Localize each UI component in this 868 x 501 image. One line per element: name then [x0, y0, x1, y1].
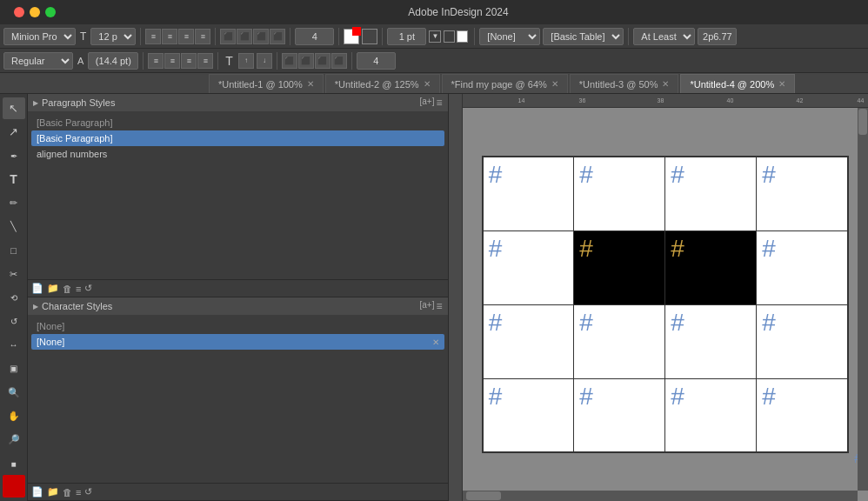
para-align-center[interactable]: ≡ — [164, 53, 180, 69]
canvas-area[interactable]: 14 36 38 40 42 44 46 48 50 # # # — [449, 94, 869, 501]
table-cell-r0c0[interactable]: # — [483, 157, 574, 230]
stroke-color-box[interactable] — [344, 29, 359, 44]
char-styles-add-icon[interactable]: ≡ — [436, 300, 442, 312]
at-least-select[interactable]: At Least — [633, 28, 695, 45]
table-cell-r1c0[interactable]: # — [483, 230, 574, 304]
align-bottom-btn[interactable]: ⬛ — [253, 29, 269, 44]
para-refresh-btn[interactable]: ↺ — [84, 283, 92, 294]
table-cell-r1c1[interactable]: # — [574, 230, 665, 304]
table-cell-r2c3[interactable]: # — [757, 304, 848, 378]
char-style-none[interactable]: [None] — [31, 318, 444, 334]
para-style-basic-group[interactable]: [Basic Paragraph] — [31, 115, 444, 130]
stroke-weight-input[interactable] — [387, 28, 426, 45]
table-insert-row[interactable]: ⬛ — [298, 53, 314, 69]
table-cell-r3c0[interactable]: # — [483, 378, 574, 452]
fill-color-box[interactable] — [362, 29, 377, 44]
font-family-select[interactable]: Minion Pro — [3, 28, 76, 45]
char-folder-btn[interactable]: 📁 — [47, 486, 59, 498]
tab-untitled4[interactable]: *Untitled-4 @ 200% ✕ — [680, 74, 795, 93]
row-height-input[interactable]: 2p6.77 — [698, 28, 737, 45]
zoom-tool[interactable]: 🔎 — [3, 429, 25, 451]
table-cell-r2c0[interactable]: # — [483, 304, 574, 378]
table-style-select[interactable]: [None] — [479, 28, 540, 45]
character-styles-header[interactable]: ▶ Character Styles [a+] ≡ — [28, 297, 448, 315]
para-style-aligned-numbers[interactable]: aligned numbers — [31, 146, 444, 162]
para-folder-btn[interactable]: 📁 — [47, 283, 59, 294]
para-align-right[interactable]: ≡ — [181, 53, 197, 69]
para-style-basic-selected[interactable]: [Basic Paragraph] — [31, 130, 444, 146]
gradient-tool[interactable]: ▣ — [3, 357, 25, 379]
rect-tool[interactable]: □ — [3, 239, 25, 261]
para-styles-add-icon[interactable]: ≡ — [436, 97, 442, 109]
align-right-btn[interactable]: ≡ — [178, 29, 194, 44]
scale-tool[interactable]: ↔ — [3, 334, 25, 356]
para-align-justify[interactable]: ≡ — [197, 53, 213, 69]
vertical-scrollbar[interactable] — [858, 108, 868, 491]
align-justify-btn[interactable]: ≡ — [195, 29, 210, 44]
align-left-btn[interactable]: ≡ — [145, 29, 161, 44]
line-tool[interactable]: ╲ — [3, 216, 25, 237]
cols-input[interactable] — [295, 28, 334, 45]
font-style-select[interactable]: Regular — [3, 52, 73, 70]
minimize-button[interactable] — [30, 7, 40, 17]
char-style-none-x[interactable]: ✕ — [432, 337, 439, 347]
para-delete-btn[interactable]: 🗑 — [63, 284, 72, 294]
rotate-tool[interactable]: ↺ — [3, 311, 25, 332]
align-top-btn[interactable]: ⬛ — [220, 29, 236, 44]
char-refresh-btn[interactable]: ↺ — [84, 486, 92, 498]
hand-tool[interactable]: ✋ — [3, 405, 25, 427]
align-center-btn[interactable]: ≡ — [162, 29, 177, 44]
paragraph-styles-header[interactable]: ▶ Paragraph Styles [a+] ≡ — [28, 94, 448, 111]
scissors-tool[interactable]: ✂ — [3, 263, 25, 284]
tab-findmypage[interactable]: *Find my page @ 64% ✕ — [442, 74, 568, 93]
table-cell-r3c1[interactable]: # — [574, 378, 665, 452]
font-size-select[interactable]: 12 pt — [90, 28, 136, 45]
tab-close-untitled1[interactable]: ✕ — [307, 79, 314, 89]
direct-select-tool[interactable]: ↗ — [3, 121, 25, 143]
para-align-left[interactable]: ≡ — [148, 53, 164, 69]
table-cell-r0c2[interactable]: # — [665, 157, 757, 230]
table-cell-r2c1[interactable]: # — [574, 304, 665, 378]
table-cell-r3c3[interactable]: # — [757, 378, 848, 452]
superscript-btn[interactable]: ↑ — [238, 53, 254, 69]
tab-close-untitled4[interactable]: ✕ — [778, 79, 785, 89]
stroke-style-btn[interactable]: ▼ — [429, 30, 441, 43]
table-cell-r1c3[interactable]: # — [757, 230, 848, 304]
char-menu-btn[interactable]: ≡ — [76, 487, 81, 498]
char-delete-btn[interactable]: 🗑 — [63, 487, 72, 498]
tab-untitled1[interactable]: *Untitled-1 @ 100% ✕ — [209, 74, 324, 93]
table-insert-col[interactable]: ⬛ — [282, 53, 297, 69]
horizontal-scrollbar[interactable] — [463, 491, 858, 501]
text-tool[interactable]: T — [3, 169, 25, 190]
pencil-tool[interactable]: ✏ — [3, 192, 25, 214]
char-new-style-btn[interactable]: 📄 — [31, 486, 43, 498]
maximize-button[interactable] — [45, 7, 56, 17]
para-new-style-btn[interactable]: 📄 — [31, 283, 43, 294]
para-menu-btn[interactable]: ≡ — [76, 284, 81, 294]
eyedropper-tool[interactable]: 🔍 — [3, 381, 25, 403]
table-cell-r3c2[interactable]: # — [665, 378, 757, 452]
char-style-none-selected[interactable]: [None] ✕ — [31, 334, 444, 350]
select-tool[interactable]: ↖ — [3, 97, 25, 119]
table-cell-r2c2[interactable]: # — [665, 304, 757, 378]
tab-untitled2[interactable]: *Untitled-2 @ 125% ✕ — [325, 74, 440, 93]
table-merge[interactable]: ⬛ — [315, 53, 331, 69]
table-cell-r0c1[interactable]: # — [574, 157, 665, 230]
subscript-btn[interactable]: ↓ — [257, 53, 272, 69]
tab-close-untitled2[interactable]: ✕ — [424, 79, 431, 89]
align-fill-btn[interactable]: ⬛ — [270, 29, 285, 44]
table-cell-r1c2[interactable]: # — [665, 230, 757, 304]
table-cell-r0c3[interactable]: # — [757, 157, 848, 230]
color-mode-btn[interactable] — [3, 475, 25, 498]
free-transform-tool[interactable]: ⟲ — [3, 287, 25, 309]
tab-close-untitled3[interactable]: ✕ — [662, 79, 669, 89]
table-split[interactable]: ⬛ — [331, 53, 347, 69]
pen-tool[interactable]: ✒ — [3, 144, 25, 166]
rows-input[interactable] — [357, 52, 396, 70]
cell-style-select[interactable]: [Basic Table] — [543, 28, 624, 45]
align-mid-btn[interactable]: ⬛ — [237, 29, 252, 44]
tab-close-findmypage[interactable]: ✕ — [551, 79, 558, 89]
close-button[interactable] — [14, 7, 24, 17]
tab-untitled3[interactable]: *Untitled-3 @ 50% ✕ — [570, 74, 679, 93]
fill-stroke-indicator[interactable]: ■ — [3, 452, 25, 475]
